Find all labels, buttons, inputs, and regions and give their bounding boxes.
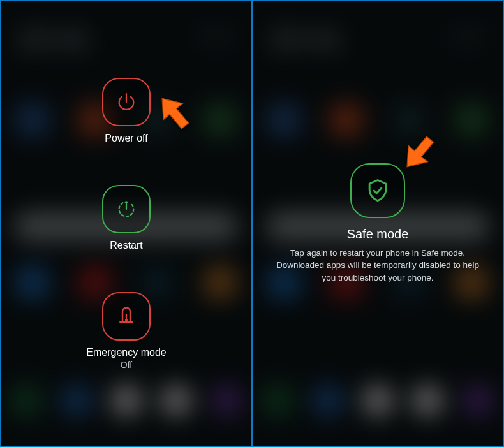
tutorial-arrow xyxy=(152,91,196,135)
power-menu-screenshot: 15:41 xyxy=(1,1,251,446)
emergency-mode-button[interactable]: Emergency mode Off xyxy=(86,292,166,370)
safe-mode-description: Tap again to restart your phone in Safe … xyxy=(274,247,481,284)
power-icon xyxy=(115,91,137,113)
restart-button[interactable]: Restart xyxy=(102,185,151,251)
power-off-button[interactable]: Power off xyxy=(102,78,151,144)
emergency-label: Emergency mode xyxy=(86,347,166,358)
safe-mode-title: Safe mode xyxy=(347,227,409,242)
restart-icon xyxy=(115,198,137,220)
safe-mode-icon-container xyxy=(350,163,405,218)
safe-mode-screenshot: 15:41 xyxy=(253,1,503,446)
power-off-label: Power off xyxy=(105,133,147,144)
svg-point-0 xyxy=(126,319,127,321)
tutorial-arrow xyxy=(397,130,441,175)
emergency-icon xyxy=(115,305,138,328)
restart-label: Restart xyxy=(110,240,143,251)
power-off-icon-container xyxy=(102,78,151,126)
restart-icon-container xyxy=(102,185,151,233)
emergency-status: Off xyxy=(121,360,132,370)
emergency-icon-container xyxy=(102,292,151,341)
shield-icon xyxy=(364,177,392,205)
power-menu-overlay: Power off Restart xyxy=(1,1,251,446)
safe-mode-button[interactable]: Safe mode Tap again to restart your phon… xyxy=(253,163,503,284)
safe-mode-overlay: Safe mode Tap again to restart your phon… xyxy=(253,1,503,446)
